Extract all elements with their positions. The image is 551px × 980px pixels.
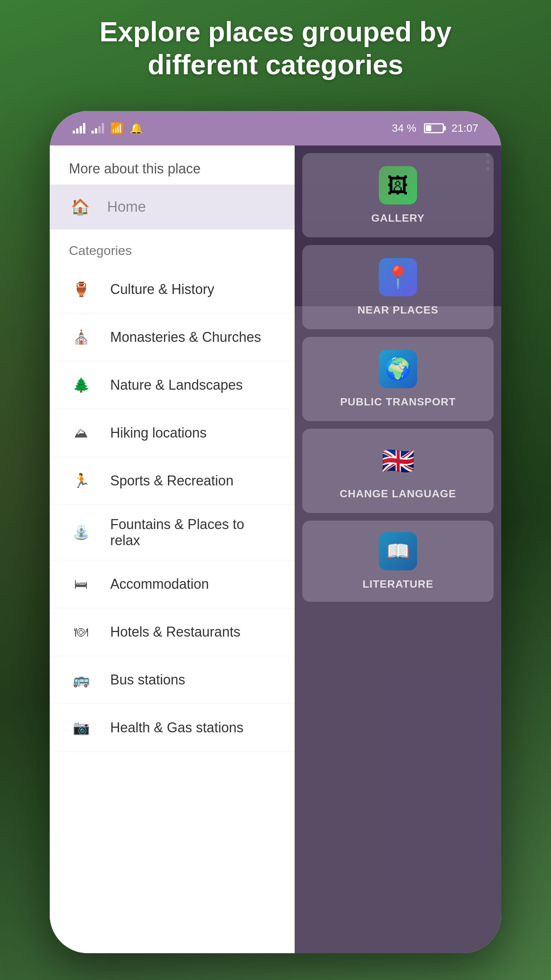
sidebar-item-nature-landscapes[interactable]: 🌲 Nature & Landscapes	[50, 361, 295, 409]
header-title-line2: different categories	[31, 48, 520, 81]
page-header: Explore places grouped by different cate…	[0, 15, 551, 82]
right-content-panel: 🖼 GALLERY 📍 NEAR PLACES 🌍 PUBLIC TRANSPO…	[295, 145, 501, 953]
more-about-label: More about this place	[50, 145, 295, 185]
hotels-restaurants-icon: 🍽	[69, 620, 93, 644]
sidebar-item-sports-recreation[interactable]: 🏃 Sports & Recreation	[50, 457, 295, 505]
gallery-icon: 🖼	[379, 166, 417, 204]
notification-icon: 🔔	[130, 122, 143, 135]
monasteries-churches-icon: ⛪	[69, 325, 93, 350]
home-label: Home	[107, 199, 146, 215]
health-gas-stations-icon: 📷	[69, 715, 93, 740]
sidebar-item-accommodation[interactable]: 🛏 Accommodation	[50, 560, 295, 608]
language-card[interactable]: 🇬🇧 CHANGE LANGUAGE	[302, 429, 494, 513]
sidebar-item-bus-stations[interactable]: 🚌 Bus stations	[50, 656, 295, 704]
hotels-restaurants-label: Hotels & Restaurants	[110, 624, 240, 640]
accommodation-label: Accommodation	[110, 576, 209, 592]
home-menu-item[interactable]: 🏠 Home	[50, 185, 295, 229]
sidebar-item-monasteries-churches[interactable]: ⛪ Monasteries & Churches	[50, 314, 295, 361]
status-left: 📶 🔔	[73, 122, 143, 135]
sidebar-item-hiking-locations[interactable]: ⛰ Hiking locations	[50, 409, 295, 457]
gallery-card[interactable]: 🖼 GALLERY	[302, 153, 494, 237]
wifi-icon: 📶	[110, 122, 124, 135]
accommodation-icon: 🛏	[69, 572, 93, 596]
culture-history-label: Culture & History	[110, 281, 214, 297]
culture-history-icon: 🏺	[69, 277, 93, 302]
literature-icon: 📖	[379, 532, 417, 570]
sidebar-item-health-gas-stations[interactable]: 📷 Health & Gas stations	[50, 704, 295, 752]
time-display: 21:07	[452, 122, 478, 134]
sports-recreation-icon: 🏃	[69, 469, 93, 493]
battery-percent: 34 %	[392, 122, 416, 134]
hiking-locations-label: Hiking locations	[110, 425, 207, 441]
near-places-label: NEAR PLACES	[357, 304, 439, 316]
status-bar: 📶 🔔 34 % 21:07	[50, 111, 501, 145]
literature-label: LITERATURE	[362, 578, 433, 590]
sidebar-item-fountains-relax[interactable]: ⛲ Fountains & Places to relax	[50, 505, 295, 560]
bus-stations-label: Bus stations	[110, 672, 185, 688]
sports-recreation-label: Sports & Recreation	[110, 473, 233, 489]
phone-frame: 📶 🔔 34 % 21:07 "Take only memories. Leav…	[50, 111, 501, 953]
home-icon: 🏠	[69, 195, 92, 218]
language-label: CHANGE LANGUAGE	[340, 488, 456, 500]
categories-header: Categories	[50, 229, 295, 266]
health-gas-stations-label: Health & Gas stations	[110, 720, 243, 736]
fountains-relax-icon: ⛲	[69, 520, 93, 545]
monasteries-churches-label: Monasteries & Churches	[110, 329, 261, 345]
bus-stations-icon: 🚌	[69, 668, 93, 692]
literature-card[interactable]: 📖 LITERATURE	[302, 521, 494, 602]
gallery-label: GALLERY	[371, 212, 425, 224]
sidebar-item-hotels-restaurants[interactable]: 🍽 Hotels & Restaurants	[50, 608, 295, 656]
status-right: 34 % 21:07	[392, 122, 478, 134]
signal-icon-2	[91, 123, 104, 134]
near-places-card[interactable]: 📍 NEAR PLACES	[302, 245, 494, 329]
fountains-relax-label: Fountains & Places to relax	[110, 516, 276, 549]
transport-icon: 🌍	[379, 350, 417, 388]
nature-landscapes-icon: 🌲	[69, 373, 93, 397]
language-icon: 🇬🇧	[379, 442, 417, 480]
header-title-line1: Explore places grouped by	[31, 15, 520, 48]
near-places-icon: 📍	[379, 258, 417, 296]
nature-landscapes-label: Nature & Landscapes	[110, 377, 243, 393]
transport-label: PUBLIC TRANSPORT	[340, 396, 456, 408]
battery-icon	[424, 123, 444, 133]
sidebar-item-culture-history[interactable]: 🏺 Culture & History	[50, 266, 295, 314]
navigation-drawer: More about this place 🏠 Home Categories …	[50, 145, 295, 953]
transport-card[interactable]: 🌍 PUBLIC TRANSPORT	[302, 337, 494, 421]
hiking-locations-icon: ⛰	[69, 421, 93, 445]
signal-icon	[73, 123, 85, 134]
